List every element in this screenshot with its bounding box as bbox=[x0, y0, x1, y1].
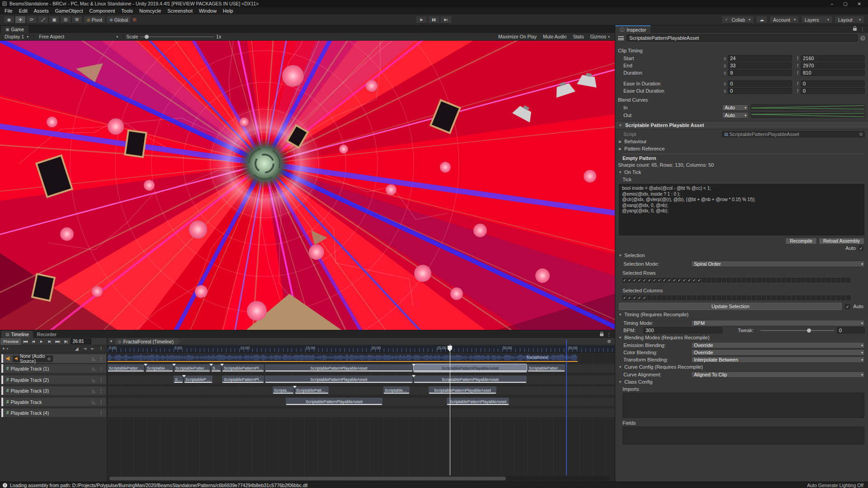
timeline-clip[interactable]: Scriptable... bbox=[273, 386, 294, 394]
selection-checkbox[interactable] bbox=[821, 296, 826, 300]
scale-slider[interactable] bbox=[140, 37, 214, 37]
auto-checkbox[interactable]: ✓ bbox=[859, 246, 863, 251]
curve-icon[interactable]: ◺ bbox=[92, 378, 95, 382]
selection-checkbox[interactable] bbox=[697, 296, 701, 300]
grid-snap-icon[interactable]: ⊞ bbox=[132, 17, 137, 23]
timeline-time-field[interactable]: 26:81 bbox=[71, 338, 91, 344]
account-dropdown[interactable]: Account ▾ bbox=[769, 16, 799, 23]
selection-checkbox[interactable] bbox=[662, 296, 666, 300]
game-viewport[interactable] bbox=[0, 41, 615, 330]
selection-checkbox[interactable] bbox=[811, 296, 816, 300]
tab-inspector[interactable]: ⓘ Inspector bbox=[615, 25, 651, 33]
seconds-field[interactable]: 24 bbox=[728, 55, 792, 61]
aspect-dropdown[interactable]: Free Aspect ▾ bbox=[37, 33, 120, 40]
layers-dropdown[interactable]: Layers ▾ bbox=[801, 16, 833, 23]
menu-assets[interactable]: Assets bbox=[31, 8, 52, 14]
selection-checkbox[interactable] bbox=[836, 296, 840, 300]
selection-checkbox[interactable] bbox=[712, 296, 716, 300]
selection-checkbox[interactable] bbox=[826, 278, 830, 282]
edit-mode-mix-icon[interactable]: ⇥ bbox=[81, 346, 88, 351]
selection-checkbox[interactable] bbox=[722, 278, 726, 282]
tweak-slider[interactable] bbox=[760, 327, 834, 333]
track-menu-icon[interactable]: ⋮ bbox=[97, 410, 105, 415]
object-picker-icon[interactable]: ⊙ bbox=[859, 131, 863, 137]
selection-checkbox[interactable] bbox=[732, 278, 736, 282]
selection-checkbox[interactable]: ✓ bbox=[657, 278, 661, 282]
timing-mode-dropdown[interactable]: BPM▾ bbox=[691, 320, 865, 326]
menu-gameobject[interactable]: GameObject bbox=[52, 8, 86, 14]
seconds-field[interactable]: 9 bbox=[728, 70, 792, 76]
selection-checkbox[interactable] bbox=[747, 278, 751, 282]
blending-dropdown[interactable]: Override▾ bbox=[691, 349, 865, 356]
blend-in-curve[interactable] bbox=[751, 104, 865, 110]
script-field[interactable]: ▤ ScriptablePatternPlayableAsset ⊙ bbox=[722, 131, 865, 137]
selection-checkbox[interactable] bbox=[792, 296, 796, 300]
selection-checkbox[interactable] bbox=[767, 278, 771, 282]
status-bar[interactable]: ! Loading assembly from path: D:/Project… bbox=[0, 482, 868, 488]
selection-checkbox[interactable] bbox=[802, 278, 806, 282]
slider-handle[interactable] bbox=[807, 328, 811, 333]
frames-field[interactable]: 810 bbox=[801, 70, 865, 76]
selection-checkbox[interactable]: ✓ bbox=[682, 278, 686, 282]
selection-checkbox[interactable] bbox=[777, 278, 781, 282]
selection-checkbox[interactable] bbox=[692, 296, 696, 300]
update-selection-button[interactable]: Update Selection bbox=[619, 303, 842, 310]
track-header[interactable]: #Playable Track (3)◺⋮ bbox=[1, 386, 106, 395]
global-toggle[interactable]: ⊕ Global bbox=[106, 16, 131, 23]
curve-icon[interactable]: ◺ bbox=[92, 389, 95, 393]
blending-dropdown[interactable]: Interpolate Between▾ bbox=[691, 357, 865, 363]
selection-checkbox[interactable] bbox=[682, 296, 686, 300]
selection-checkbox[interactable] bbox=[677, 296, 681, 300]
timeline-hscrollbar-thumb[interactable] bbox=[109, 477, 506, 480]
curve-icon[interactable]: ◺ bbox=[92, 366, 95, 371]
selection-checkbox[interactable] bbox=[702, 278, 706, 282]
selection-checkbox[interactable]: ✓ bbox=[662, 278, 666, 282]
selection-checkbox[interactable] bbox=[742, 278, 746, 282]
timeline-clip[interactable]: ScriptablePatternPl... bbox=[222, 375, 264, 383]
selection-checkbox[interactable] bbox=[767, 296, 771, 300]
cloud-button[interactable]: ☁ bbox=[756, 16, 768, 23]
play-button[interactable]: ▶ bbox=[416, 16, 428, 23]
track-header[interactable]: None (Audio Source)⊙◺⋮ bbox=[1, 354, 106, 363]
play-button[interactable]: ▶ bbox=[38, 338, 45, 345]
selection-checkbox[interactable] bbox=[787, 278, 791, 282]
selection-checkbox[interactable] bbox=[737, 278, 741, 282]
hamburger-icon[interactable] bbox=[618, 36, 624, 40]
selection-checkbox[interactable]: ✓ bbox=[623, 278, 627, 282]
track-header[interactable]: #Playable Track (1)◺⋮ bbox=[1, 364, 106, 373]
behaviour-foldout[interactable]: ▶ Behaviour bbox=[615, 138, 868, 145]
timeline-clip[interactable]: ScriptablePat... bbox=[383, 386, 410, 394]
blending-dropdown[interactable]: Override▾ bbox=[691, 342, 865, 348]
selection-checkbox[interactable] bbox=[742, 296, 746, 300]
menu-tools[interactable]: Tools bbox=[118, 8, 136, 14]
selection-checkbox[interactable]: ✓ bbox=[647, 278, 651, 282]
menu-screenshot[interactable]: Screenshot bbox=[164, 8, 196, 14]
selection-checkbox[interactable] bbox=[831, 278, 835, 282]
selection-checkbox[interactable] bbox=[717, 278, 721, 282]
seconds-field[interactable]: 0 bbox=[728, 80, 792, 87]
selection-checkbox[interactable] bbox=[807, 278, 811, 282]
selection-checkbox[interactable] bbox=[807, 296, 811, 300]
pivot-toggle[interactable]: ◎ Pivot bbox=[84, 16, 105, 23]
selection-checkbox[interactable] bbox=[762, 296, 766, 300]
step-button[interactable]: ▶| bbox=[440, 16, 452, 23]
pattern-reference-foldout[interactable]: ▶ Pattern Reference bbox=[615, 145, 868, 152]
selection-checkbox[interactable] bbox=[816, 278, 821, 282]
selection-checkbox[interactable]: ✓ bbox=[677, 278, 681, 282]
track-header[interactable]: #Playable Track◺⋮ bbox=[1, 398, 106, 406]
goto-end-button[interactable]: ▶▶| bbox=[54, 338, 61, 345]
tick-code-editor[interactable]: bool inside = @abs(@col - @bt % @cc) < 1… bbox=[619, 184, 864, 235]
timeline-clip[interactable]: ScriptablePatternP... bbox=[528, 364, 565, 372]
selection-checkbox[interactable]: ✓ bbox=[692, 278, 696, 282]
timeline-clip[interactable]: ScriptablePat... bbox=[184, 375, 212, 383]
selection-checkbox[interactable] bbox=[831, 296, 835, 300]
selection-checkbox[interactable] bbox=[752, 296, 756, 300]
timeline-clip[interactable]: ScriptablePatternPlayableAsset bbox=[265, 375, 413, 383]
collab-dropdown[interactable]: ✓ Collab ▾ bbox=[722, 16, 755, 23]
frames-field[interactable]: 0 bbox=[801, 88, 865, 94]
selection-checkbox[interactable] bbox=[841, 278, 845, 282]
frames-field[interactable]: 2160 bbox=[801, 55, 865, 61]
selection-checkbox[interactable] bbox=[846, 296, 850, 300]
track-menu-icon[interactable]: ⋮ bbox=[97, 377, 105, 382]
help-icon[interactable]: ? bbox=[860, 36, 865, 41]
